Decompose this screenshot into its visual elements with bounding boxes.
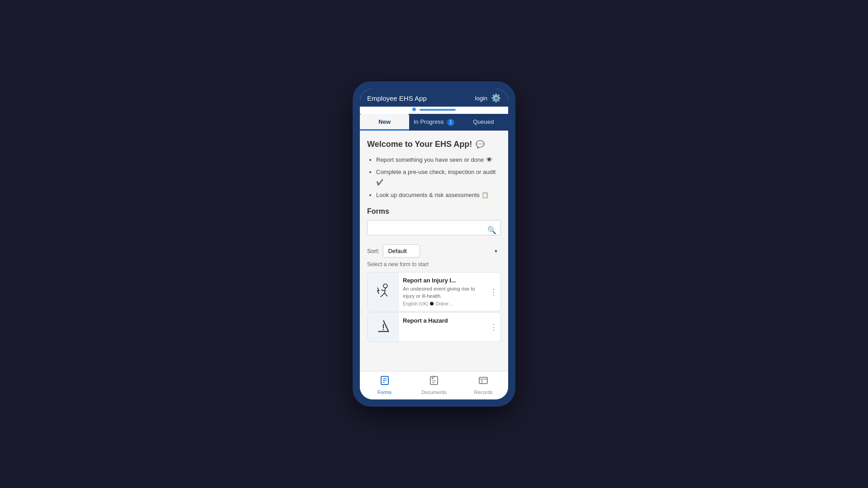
search-input[interactable] xyxy=(367,220,501,235)
injury-status: Online ... xyxy=(435,301,453,306)
sort-select[interactable]: Default xyxy=(383,244,420,258)
search-wrapper: 🔍 xyxy=(367,220,501,240)
forms-section: Forms 🔍 Sort: Default ▾ xyxy=(367,207,501,342)
search-icon: 🔍 xyxy=(487,226,496,235)
svg-point-0 xyxy=(383,284,387,288)
form-card-injury-title: Report an Injury I... xyxy=(403,277,483,284)
svg-line-4 xyxy=(385,293,387,296)
documents-nav-icon xyxy=(429,375,439,389)
tab-queued[interactable]: Queued xyxy=(459,114,508,131)
sort-label: Sort: xyxy=(367,248,379,254)
injury-svg xyxy=(373,282,393,302)
tab-bar: New In Progress 1 Queued xyxy=(360,114,508,131)
form-card-injury-more[interactable]: ⋮ xyxy=(487,272,500,311)
nav-documents[interactable]: Documents xyxy=(409,374,458,396)
welcome-item-3: Look up documents & risk assessments 📋 xyxy=(376,190,501,200)
svg-line-2 xyxy=(381,293,385,297)
bottom-nav: Forms Documents xyxy=(360,371,508,399)
form-card-hazard-content: Report a Hazard xyxy=(399,313,487,342)
form-card-hazard-icon xyxy=(368,313,399,342)
forms-title: Forms xyxy=(367,207,501,216)
form-card-injury[interactable]: Report an Injury I... An undesired event… xyxy=(367,272,501,311)
svg-point-6 xyxy=(383,329,384,330)
welcome-section: Welcome to Your EHS App! 💬 Report someth… xyxy=(367,140,501,201)
form-card-hazard-title: Report a Hazard xyxy=(403,317,483,324)
svg-rect-14 xyxy=(479,377,487,384)
progress-line xyxy=(420,109,456,111)
progress-dot xyxy=(412,108,416,111)
welcome-list: Report something you have seen or done 👁… xyxy=(367,155,501,201)
form-card-injury-desc: An undesired event giving rise to injury… xyxy=(403,286,483,300)
form-card-injury-meta: English (UK) Online ... xyxy=(403,301,483,306)
welcome-title: Welcome to Your EHS App! 💬 xyxy=(367,140,501,149)
records-nav-label: Records xyxy=(474,389,493,395)
form-card-injury-icon xyxy=(368,272,399,311)
svg-line-3 xyxy=(382,290,385,291)
form-card-hazard-more[interactable]: ⋮ xyxy=(487,313,500,342)
sort-wrapper: Default ▾ xyxy=(383,244,501,258)
tab-new[interactable]: New xyxy=(360,114,409,131)
app-title: Employee EHS App xyxy=(367,94,427,102)
injury-locale: English (UK) xyxy=(403,301,428,306)
content-area: Welcome to Your EHS App! 💬 Report someth… xyxy=(360,131,508,371)
online-dot xyxy=(430,302,434,305)
select-hint: Select a new form to start xyxy=(367,261,501,267)
sort-row: Sort: Default ▾ xyxy=(367,244,501,258)
records-nav-icon xyxy=(478,375,489,389)
app-header: Employee EHS App login ⚙️ xyxy=(360,89,508,107)
welcome-item-2: Complete a pre-use check, inspection or … xyxy=(376,167,501,188)
svg-line-1 xyxy=(385,288,386,293)
settings-icon[interactable]: ⚙️ xyxy=(491,93,501,103)
nav-forms[interactable]: Forms xyxy=(360,374,409,396)
forms-nav-label: Forms xyxy=(377,389,392,395)
hazard-svg xyxy=(373,317,393,337)
nav-records[interactable]: Records xyxy=(459,374,508,396)
chevron-down-icon: ▾ xyxy=(495,248,497,254)
in-progress-badge: 1 xyxy=(447,119,454,126)
header-right: login ⚙️ xyxy=(475,93,501,103)
welcome-item-1: Report something you have seen or done 👁… xyxy=(376,155,501,165)
form-card-hazard[interactable]: Report a Hazard ⋮ xyxy=(367,312,501,342)
documents-nav-label: Documents xyxy=(421,389,447,395)
form-card-injury-content: Report an Injury I... An undesired event… xyxy=(399,272,487,311)
progress-bar-area xyxy=(360,107,508,114)
chat-icon: 💬 xyxy=(476,140,485,149)
login-link[interactable]: login xyxy=(475,95,487,102)
tab-in-progress[interactable]: In Progress 1 xyxy=(409,114,458,131)
forms-nav-icon xyxy=(379,375,390,389)
